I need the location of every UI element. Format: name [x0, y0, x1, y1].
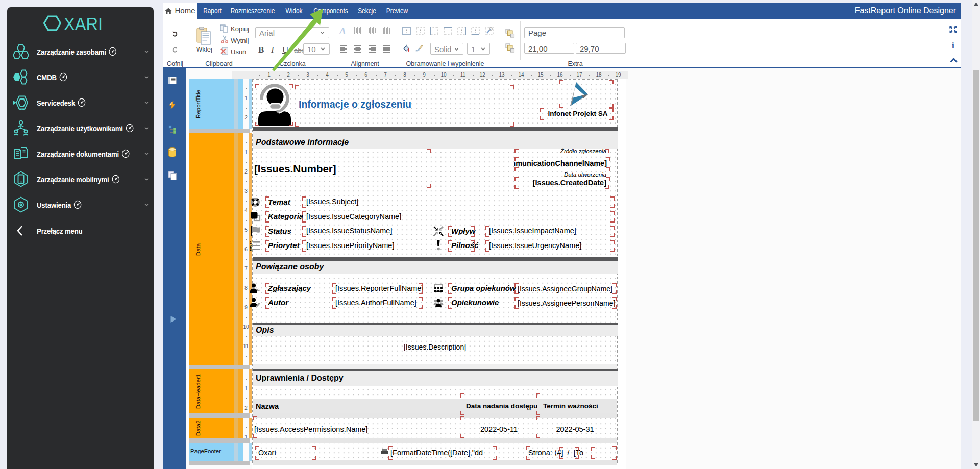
svg-text:XARI: XARI: [64, 15, 103, 32]
svg-text:3: 3: [250, 248, 252, 251]
svg-text:1: 1: [250, 241, 252, 244]
